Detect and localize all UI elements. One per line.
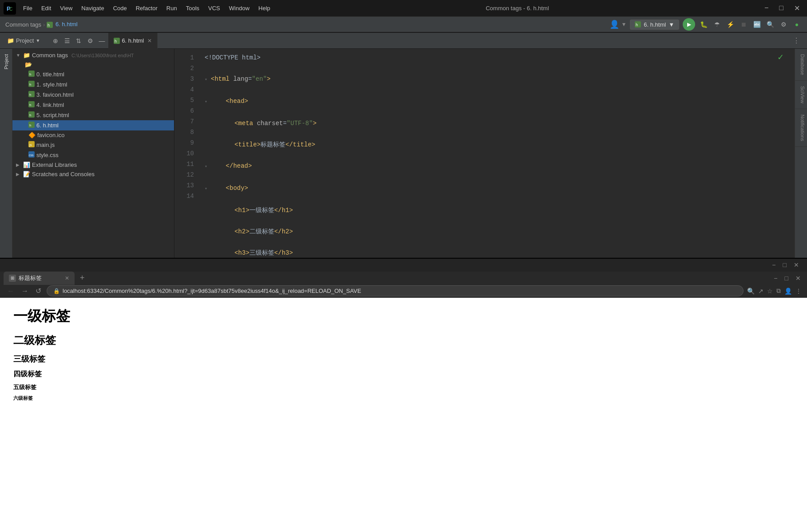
breadcrumb-project[interactable]: Common tags — [5, 21, 41, 28]
breadcrumb-file[interactable]: h 6. h.html — [47, 21, 77, 28]
zoom-icon[interactable]: 🔍 — [747, 288, 755, 295]
project-toolbar: ⊕ ☰ ⇅ ⚙ — — [51, 36, 107, 46]
browser-close-btn2[interactable]: ✕ — [793, 275, 803, 282]
translate-icon[interactable]: 🔤 — [752, 20, 762, 29]
project-selector[interactable]: 📁 Project ▼ — [4, 36, 44, 45]
back-button[interactable]: ← — [5, 287, 16, 295]
editor-tabbar: 📁 Project ▼ ⊕ ☰ ⇅ ⚙ — h 6. h.html ✕ — [0, 33, 807, 49]
browser-section: − □ ✕ ⊞ 标题标签 ✕ + − □ ✕ ← → ↺ � — [0, 258, 807, 532]
menu-refactor[interactable]: Refactor — [132, 4, 161, 13]
scratches-chevron: ▶ — [16, 172, 21, 177]
minimize-button[interactable]: − — [761, 3, 772, 13]
scratches-label: Scratches and Consoles — [32, 171, 95, 177]
browser-tab[interactable]: ⊞ 标题标签 ✕ — [4, 272, 75, 285]
browser-minimize-btn2[interactable]: − — [771, 275, 780, 282]
browser-h4: 四级标签 — [13, 370, 794, 379]
forward-button[interactable]: → — [20, 287, 30, 295]
root-folder-icon: 📁 — [23, 52, 30, 59]
lock-icon: 🔒 — [53, 288, 60, 294]
browser-restore-btn2[interactable]: □ — [782, 275, 791, 282]
filter-icon[interactable]: ⇅ — [74, 36, 83, 46]
svg-text:C: C — [9, 7, 12, 12]
tree-item-3[interactable]: h 4. link.html — [12, 100, 174, 110]
close-panel-icon[interactable]: — — [97, 36, 107, 46]
file-tree: ▼ 📁 Common tags C:\Users\13600\front end… — [12, 49, 174, 258]
share-icon[interactable]: ↗ — [758, 288, 763, 295]
app-logo: P C — [4, 2, 16, 15]
bookmark-icon[interactable]: ☆ — [767, 288, 773, 295]
search-icon[interactable]: 🔍 — [765, 20, 775, 29]
tree-item-7[interactable]: js main.js — [12, 140, 174, 150]
tree-item-8[interactable]: css style.css — [12, 150, 174, 160]
root-folder-label: Common tags — [32, 52, 68, 59]
browser-h6: 六级标签 — [13, 395, 794, 402]
split-view-icon[interactable]: ⧉ — [776, 287, 781, 295]
menu-edit[interactable]: Edit — [38, 4, 55, 13]
tree-item-0[interactable]: h 0. title.html — [12, 69, 174, 79]
browser-new-tab-button[interactable]: + — [76, 273, 88, 283]
maximize-button[interactable]: □ — [775, 3, 787, 13]
menu-tools[interactable]: Tools — [182, 4, 203, 13]
browser-titlebar: − □ ✕ — [0, 259, 807, 272]
tree-item-6[interactable]: 🔶 favicon.ico — [12, 130, 174, 140]
tree-scratches[interactable]: ▶ 📝 Scratches and Consoles — [12, 169, 174, 179]
right-panels: Database SciView Notifications — [795, 49, 807, 258]
active-tab[interactable]: h 6. h.html ✕ — [108, 33, 158, 49]
file-dropdown[interactable]: h 6. h.html ▼ — [630, 20, 679, 30]
database-panel-button[interactable]: Database — [795, 49, 807, 81]
close-button[interactable]: ✕ — [791, 3, 803, 13]
side-panel-toggle: Project — [0, 49, 12, 258]
more-icon[interactable]: ⋮ — [795, 288, 802, 295]
profiler-icon[interactable]: ⚡ — [725, 20, 735, 29]
list-icon[interactable]: ☰ — [62, 36, 72, 46]
menu-navigate[interactable]: Navigate — [78, 4, 107, 13]
profile-icon[interactable]: 👤 — [784, 288, 792, 295]
tab-close-button[interactable]: ✕ — [147, 38, 152, 44]
tree-item-up[interactable]: 📂 — [12, 60, 174, 69]
tree-root-folder[interactable]: ▼ 📁 Common tags C:\Users\13600\front end… — [12, 51, 174, 60]
code-content[interactable]: <!DOCTYPE html> ▾<html lang="en"> ▾ <hea… — [198, 49, 795, 258]
menu-window[interactable]: Window — [225, 4, 253, 13]
browser-close-button[interactable]: ✕ — [791, 261, 802, 268]
stop-icon[interactable]: ⏹ — [739, 20, 748, 29]
color-icon[interactable]: ● — [792, 20, 802, 29]
browser-maximize-button[interactable]: □ — [780, 261, 789, 268]
browser-tab-title: 标题标签 — [19, 274, 42, 282]
browser-chrome: − □ ✕ ⊞ 标题标签 ✕ + − □ ✕ ← → ↺ � — [0, 259, 807, 298]
svg-text:h: h — [29, 72, 31, 76]
user-icon[interactable]: 👤 — [609, 20, 619, 29]
code-editor[interactable]: 1 2 3 4 5 6 7 8 9 10 11 12 13 14 <!DOCTY… — [174, 49, 795, 258]
project-panel-label[interactable]: Project — [4, 51, 9, 73]
css-icon: css — [28, 151, 35, 159]
svg-text:js: js — [29, 143, 32, 147]
notifications-panel-button[interactable]: Notifications — [795, 109, 807, 147]
tree-item-5[interactable]: h 6. h.html — [12, 120, 174, 130]
browser-tab-close-button[interactable]: ✕ — [65, 275, 69, 281]
tree-external-libraries[interactable]: ▶ 📊 External Libraries — [12, 160, 174, 169]
reload-button[interactable]: ↺ — [34, 287, 43, 295]
sciview-panel-button[interactable]: SciView — [795, 81, 807, 109]
coverage-icon[interactable]: ☂ — [712, 20, 722, 29]
settings-icon[interactable]: ⚙ — [779, 20, 788, 29]
tabs-more-button[interactable]: ⋮ — [789, 36, 803, 45]
tree-item-1[interactable]: h 1. style.html — [12, 79, 174, 90]
line-numbers: 1 2 3 4 5 6 7 8 9 10 11 12 13 14 — [174, 49, 198, 258]
run-button[interactable]: ▶ — [683, 18, 695, 31]
debug-icon[interactable]: 🐛 — [699, 20, 708, 29]
address-bar-row: ← → ↺ 🔒 localhost:63342/Common%20tags/6.… — [0, 285, 807, 298]
menu-view[interactable]: View — [56, 4, 76, 13]
menu-code[interactable]: Code — [110, 4, 131, 13]
browser-h5: 五级标签 — [13, 383, 794, 391]
add-file-icon[interactable]: ⊕ — [51, 36, 60, 46]
titlebar: P C File Edit View Navigate Code Refacto… — [0, 0, 807, 17]
menu-help[interactable]: Help — [255, 4, 274, 13]
tree-item-4[interactable]: h 5. script.html — [12, 110, 174, 120]
tree-item-2[interactable]: h 3. favicon.html — [12, 90, 174, 100]
menu-file[interactable]: File — [20, 4, 36, 13]
html-icon-5: h — [28, 122, 35, 129]
menu-run[interactable]: Run — [163, 4, 181, 13]
browser-minimize-button[interactable]: − — [769, 261, 778, 268]
gear-icon[interactable]: ⚙ — [85, 36, 95, 46]
address-bar[interactable]: 🔒 localhost:63342/Common%20tags/6.%20h.h… — [47, 285, 744, 296]
menu-vcs[interactable]: VCS — [205, 4, 224, 13]
